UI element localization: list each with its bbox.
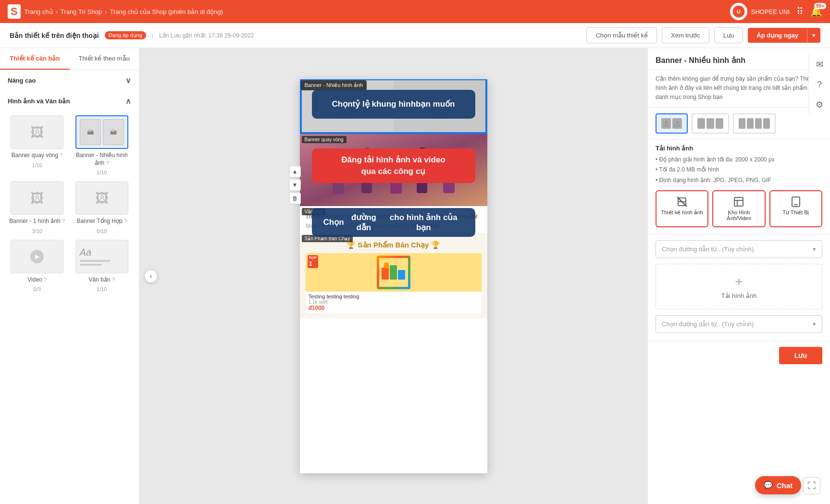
- sidebar-item-banner-single[interactable]: 🖼 Banner - 1 hình ảnh ? 3/10: [8, 181, 67, 234]
- svg-rect-23: [384, 263, 389, 269]
- grid-icon[interactable]: ⠿: [796, 6, 804, 17]
- layout-box-2: [672, 118, 682, 129]
- tab-template-design[interactable]: Thiết kế theo mẫu: [70, 48, 139, 70]
- upload-info-3: • Định dạng hình ảnh: JPG, JPEG, PNG, GI…: [656, 175, 822, 186]
- svg-point-25: [665, 121, 667, 123]
- section-images-label: Hình ảnh và Văn bản: [8, 98, 70, 105]
- notification-badge: 99+: [814, 3, 826, 9]
- canvas-area: ‹ Banner - Nhiều hình ảnh: [139, 48, 647, 504]
- email-icon[interactable]: ✉: [811, 56, 828, 73]
- upload-info-1: • Độ phân giải hình ảnh tối đa: 2000 x 2…: [656, 155, 822, 165]
- section-advanced-arrow: ∨: [125, 76, 131, 85]
- products-section: Sản Phẩm Bán Chạy 🏆 Sản Phẩm Bán Chạy 🏆 …: [300, 233, 487, 318]
- shopee-uni-section: U SHOPEE UNI: [730, 3, 790, 20]
- svg-rect-21: [390, 265, 397, 280]
- design-image-button[interactable]: Thiết kế hình ảnh: [656, 190, 708, 227]
- status-badge: Đang áp dụng: [105, 31, 146, 39]
- image-library-button[interactable]: Kho Hình Ảnh/Video: [712, 190, 765, 227]
- text-label: Văn bản ?: [89, 276, 115, 284]
- choose-template-button[interactable]: Chọn mẫu thiết kế: [586, 27, 657, 43]
- text-line1: [80, 260, 111, 262]
- video-label: Video ?: [27, 276, 47, 284]
- question-icon[interactable]: ?: [811, 76, 828, 93]
- scroll-up-btn[interactable]: ▲: [289, 166, 301, 177]
- delete-btn[interactable]: 🗑: [289, 193, 301, 204]
- overlay-aspect-ratio: Chọn tỷ lệ khung hình bạn muốn: [312, 90, 475, 119]
- apply-now-button[interactable]: Áp dụng ngay: [748, 28, 807, 43]
- right-panel-title: Banner - Nhiều hình ảnh: [656, 56, 745, 65]
- layout-3-images[interactable]: [692, 113, 729, 134]
- layout-3-icon: [697, 118, 723, 129]
- preview-button[interactable]: Xem trước: [662, 27, 709, 43]
- from-device-button[interactable]: Từ Thiết Bị: [769, 190, 822, 227]
- video-count: 0/3: [34, 286, 41, 292]
- banner-single-count: 3/10: [32, 228, 42, 234]
- upload-image-area[interactable]: + Tải hình ảnh: [656, 264, 822, 309]
- library-icon: [733, 196, 744, 208]
- layout-4-icon: [739, 118, 770, 129]
- svg-rect-30: [699, 120, 704, 127]
- upload-area-label: Tải hình ảnh: [721, 292, 757, 299]
- header-actions: Chọn mẫu thiết kế Xem trước Lưu Áp dụng …: [586, 27, 820, 43]
- section-advanced-header[interactable]: Nâng cao ∨: [0, 70, 139, 91]
- tab-basic-design[interactable]: Thiết kế căn bản: [0, 48, 70, 70]
- collapse-sidebar-btn[interactable]: ‹: [144, 270, 158, 283]
- section-images-arrow: ∧: [125, 97, 131, 106]
- breadcrumb-current: Trang chủ của Shop (phiên bản di động): [110, 8, 223, 15]
- settings-icon[interactable]: ⚙: [811, 96, 828, 113]
- banner-multi-thumb: 🏔 🏔: [75, 115, 128, 149]
- select-placeholder-2: Chọn đường dẫn từ...(Tùy chỉnh): [662, 320, 754, 328]
- right-panel-desc: Cần thêm không gian để trưng bày sản phẩ…: [648, 70, 830, 108]
- layout-4-images[interactable]: [733, 113, 776, 134]
- product-img: TOP1: [306, 253, 482, 292]
- svg-rect-35: [756, 120, 761, 127]
- toys-img: [377, 256, 410, 289]
- banner-quay-label: Banner quay vòng: [302, 136, 347, 143]
- banner-rotate-icon: 🖼: [30, 124, 44, 140]
- expand-icon: ⛶: [807, 481, 816, 491]
- banner-multi-count: 1/10: [97, 170, 107, 175]
- sidebar-item-text[interactable]: Aa Văn bản ? 1/10: [73, 240, 132, 293]
- layout-options: [648, 108, 830, 140]
- section-images-header[interactable]: Hình ảnh và Văn bản ∧: [0, 91, 139, 111]
- sidebar: Thiết kế căn bản Thiết kế theo mẫu Nâng …: [0, 48, 139, 504]
- shopee-uni-logo: U: [730, 3, 747, 20]
- svg-rect-34: [748, 120, 753, 127]
- breadcrumb-sep1: ›: [56, 8, 58, 15]
- dual-img-left: 🏔: [80, 119, 101, 145]
- bell-icon[interactable]: 🔔 99+: [810, 6, 822, 17]
- sidebar-item-banner-combo[interactable]: 🖼 Banner Tổng Hợp ? 0/10: [73, 181, 132, 234]
- select-link-dropdown-1[interactable]: Chọn đường dẫn từ...(Tùy chỉnh) ▾: [656, 240, 822, 258]
- dropdown-arrow-1: ▾: [813, 246, 816, 253]
- layout-2-icon: [661, 118, 682, 129]
- select-placeholder-1: Chọn đường dẫn từ...(Tùy chỉnh): [662, 246, 754, 253]
- shopee-logo: S: [8, 4, 21, 19]
- layout-box-9: [763, 118, 770, 129]
- sidebar-item-banner-multi[interactable]: 🏔 🏔 Banner - Nhiều hình ảnh ? 1/10: [73, 115, 132, 175]
- panel-save-button[interactable]: Lưu: [779, 347, 822, 364]
- select-link-dropdown-2[interactable]: Chọn đường dẫn từ...(Tùy chỉnh) ▾: [656, 315, 822, 333]
- banner-rotate-thumb: 🖼: [11, 115, 63, 149]
- banner-rotate-count: 1/10: [32, 162, 42, 168]
- screen-expand-button[interactable]: ⛶: [803, 477, 820, 494]
- save-header-button[interactable]: Lưu: [714, 27, 743, 43]
- breadcrumb-shop[interactable]: Trang Trí Shop: [61, 8, 102, 15]
- banner-section: Banner - Nhiều hình ảnh: [300, 79, 487, 134]
- apply-dropdown-button[interactable]: ▾: [807, 28, 820, 43]
- video-thumb: ▶: [11, 240, 63, 273]
- canvas-container: Banner - Nhiều hình ảnh: [300, 79, 487, 473]
- product-name: Testing testing testing: [309, 294, 479, 299]
- chat-button[interactable]: 💬 Chat: [755, 476, 801, 494]
- sidebar-item-banner-rotate[interactable]: 🖼 Banner quay vòng ? 1/10: [8, 115, 67, 175]
- section-advanced-label: Nâng cao: [8, 77, 36, 84]
- plus-icon: +: [735, 274, 743, 289]
- layout-2-images[interactable]: [656, 113, 688, 134]
- layout-box-5: [716, 118, 723, 129]
- device-btn-label: Từ Thiết Bị: [782, 209, 809, 216]
- svg-rect-31: [708, 120, 713, 127]
- scroll-down-btn[interactable]: ▼: [289, 179, 301, 191]
- sidebar-item-video[interactable]: ▶ Video ? 0/3: [8, 240, 67, 293]
- breadcrumb-home[interactable]: Trang chủ: [25, 8, 53, 15]
- right-panel-footer: Lưu: [648, 341, 830, 370]
- product-info: Testing testing testing 1.1k sold đ1000: [306, 292, 482, 313]
